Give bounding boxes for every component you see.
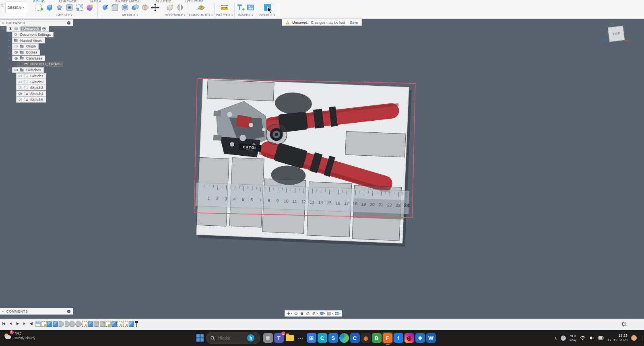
timeline-first-button[interactable] [2,321,6,326]
browser-row-sketch5[interactable]: Sketch5 [0,97,63,103]
tree-item-label[interactable]: Bodies [26,50,37,54]
timeline-feature-sketch-16[interactable] [123,321,128,327]
browser-row-document-settings[interactable]: Document Settings [0,32,63,38]
browser-row-sketch4[interactable]: Sketch4 [0,91,63,97]
visibility-on-icon[interactable] [18,92,23,96]
search-input[interactable] [217,336,245,341]
timeline-position-marker[interactable] [135,321,138,327]
group-label-modify[interactable]: MODIFY ▾ [97,13,163,17]
hidden-icons-chevron[interactable]: ∧ [554,336,557,340]
measure-icon[interactable] [220,3,229,12]
taskbar-app-teams[interactable]: T1 [274,333,284,343]
timeline-feature-sketch-2[interactable] [41,321,47,327]
weather-widget[interactable]: 1 4°C Mostly cloudy [3,332,35,340]
taskbar-app-instagram[interactable]: ◎ [405,333,414,343]
group-label-construct[interactable]: CONSTRUCT ▾ [188,13,214,17]
wifi-icon[interactable] [580,336,586,340]
taskbar-app-facebook[interactable]: f [394,333,403,343]
tree-item-label[interactable]: 20231217_173135 [30,62,60,66]
timeline-feature-canvas-1[interactable] [35,321,41,327]
new-component-icon[interactable] [166,3,174,12]
browser-row-bodies[interactable]: Bodies [0,49,63,56]
timeline-last-button[interactable] [29,321,33,326]
model-viewport[interactable]: EXTOL PREMIUM 12345678910111213141516171… [0,0,644,346]
visibility-off-icon[interactable] [18,86,23,90]
notification-icon[interactable] [631,335,637,341]
visibility-off-icon[interactable] [14,44,19,48]
shell-icon[interactable] [121,3,129,12]
browser-row-sketch1[interactable]: Sketch1 [0,73,63,79]
browser-row-20231217-173135[interactable]: 20231217_173135 [0,61,63,67]
grid-icon[interactable]: ▾ [327,311,333,316]
taskbar-app-app-c-blue[interactable]: C [350,333,360,343]
tree-item-label[interactable]: Document Settings [20,33,51,37]
browser-row-canvases[interactable]: Canvases [0,55,63,61]
timeline-feature-sketch-15[interactable] [117,321,122,327]
browser-row-sketch3[interactable]: Sketch3 [0,85,63,91]
taskbar-app-word[interactable]: W [426,333,436,343]
expand-arrow-icon[interactable] [8,39,11,42]
visibility-on-icon[interactable] [14,68,19,72]
viewcube-top-face[interactable]: TOP [608,26,625,42]
press-pull-icon[interactable] [101,3,109,12]
visibility-on-icon[interactable] [14,56,19,60]
taskbar-app-app-c-teal[interactable]: C [318,333,327,343]
browser-row-sketch2[interactable]: Sketch2 [0,79,63,85]
revolve-icon[interactable] [55,3,64,12]
split-icon[interactable] [141,3,149,12]
zoom-icon[interactable] [306,311,310,316]
volume-icon[interactable] [589,336,594,340]
tree-item-label[interactable]: Sketch3 [30,86,43,90]
tree-item-label[interactable]: Sketches [26,68,41,72]
timeline-feature-extrude-3[interactable] [47,321,52,327]
battery-icon[interactable] [598,336,604,340]
hole-icon[interactable] [65,3,74,12]
timeline-feature-extrude-17[interactable] [129,321,134,327]
create-sketch-icon[interactable] [35,3,43,12]
pan-icon[interactable]: ▾ [286,311,292,316]
taskbar-app-overflow-dots[interactable]: ⋯ [296,333,305,343]
collapse-arrow-icon[interactable] [8,57,11,60]
fit-icon[interactable]: ▾ [312,311,318,316]
canvas-icon[interactable] [246,3,255,12]
bing-icon[interactable]: b [247,334,254,342]
start-button[interactable] [196,334,204,342]
show-desktop-strip[interactable] [642,333,642,343]
timeline-feature-fillet-8[interactable] [76,321,82,327]
move-icon[interactable] [151,3,159,12]
onedrive-icon[interactable] [561,336,566,341]
group-label-inspect[interactable]: INSPECT ▾ [214,13,234,17]
taskbar-app-store[interactable]: ⊞ [307,333,316,343]
taskbar-app-app-s-blue[interactable]: S [328,333,338,343]
activate-component-radio-icon[interactable] [42,27,46,31]
orbit-icon[interactable] [294,311,298,316]
joint-icon[interactable] [176,3,184,12]
visibility-off-icon[interactable] [18,80,23,84]
timeline-settings-gear-icon[interactable] [621,321,626,327]
taskbar-app-photos[interactable]: ❖ [415,333,425,343]
timeline-feature-fillet-5[interactable] [59,321,64,327]
taskbar-app-fusion-360[interactable]: F [383,333,392,343]
tree-item-label[interactable]: Sketch2 [30,80,43,84]
taskbar-app-app-green[interactable]: B [372,333,382,343]
search-box[interactable]: b [206,332,260,344]
collapse-arrow-icon[interactable] [2,27,6,30]
canvas-photo-group[interactable]: EXTOL PREMIUM [196,78,412,246]
tree-item-label[interactable]: Named Views [20,39,42,43]
timeline-feature-extrude-14[interactable] [111,321,117,327]
timeline-feature-chamfer-12[interactable] [100,321,105,327]
tree-item-label[interactable]: Origin [26,44,36,48]
visibility-off-icon[interactable] [18,74,23,78]
panel-collapse-icon[interactable]: « [2,21,4,25]
taskbar-app-library[interactable]: ≣ [263,333,273,343]
tree-item-label[interactable]: Sketch4 [30,92,43,96]
browser-row-sketches[interactable]: Sketches [0,67,63,73]
group-label-assemble[interactable]: ASSEMBLE ▾ [163,13,188,17]
fillet-icon[interactable] [111,3,119,12]
form-icon[interactable] [85,3,94,12]
timeline-feature-fillet-7[interactable] [70,321,76,327]
tree-item-label[interactable]: Sketch1 [30,74,43,78]
panel-options-icon[interactable] [67,310,70,313]
taskbar-app-edge[interactable] [339,333,349,343]
viewports-icon[interactable]: ▾ [334,311,341,316]
